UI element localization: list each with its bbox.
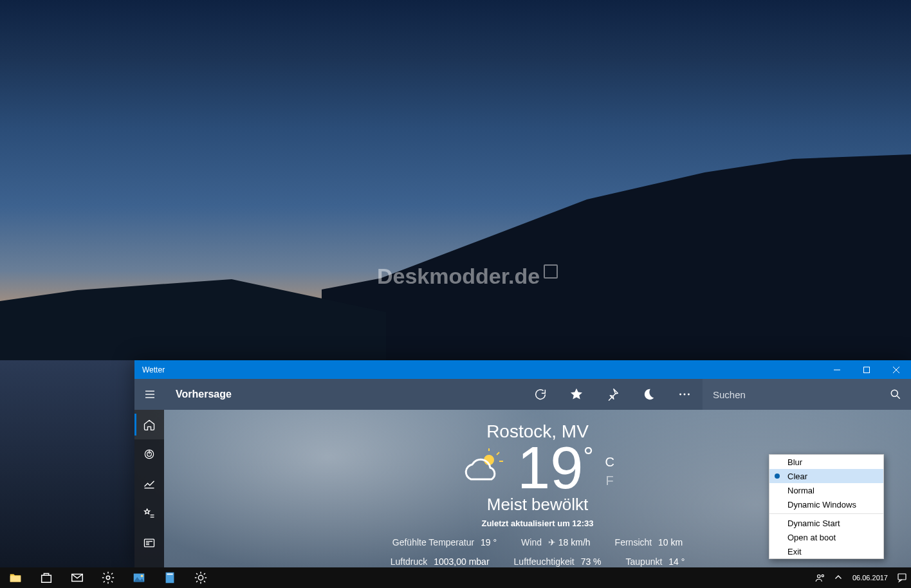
menu-label: Exit: [787, 547, 802, 556]
page-title: Vorhersage: [176, 389, 232, 400]
dark-mode-button[interactable]: [630, 379, 667, 410]
menu-label: Open at boot: [787, 533, 836, 542]
settings-button[interactable]: [93, 567, 124, 588]
visibility-label: Fernsicht: [615, 537, 652, 547]
system-tray: 06.06.2017: [811, 567, 911, 588]
store-button[interactable]: [31, 567, 62, 588]
radio-selected-icon: [775, 473, 780, 479]
svg-point-31: [141, 574, 143, 577]
refresh-button[interactable]: [522, 379, 558, 410]
degree-symbol: °: [583, 443, 593, 497]
svg-point-44: [822, 574, 824, 576]
command-bar: Vorhersage: [134, 379, 911, 410]
more-button[interactable]: [667, 379, 703, 410]
chart-icon: [143, 477, 156, 490]
temp-number: 19: [517, 438, 583, 497]
mail-button[interactable]: [62, 567, 93, 588]
taskbar[interactable]: 06.06.2017: [0, 567, 911, 588]
dewpoint-label: Taupunkt: [626, 556, 663, 567]
svg-point-34: [198, 575, 203, 580]
chevron-up-icon: [833, 572, 844, 583]
menu-item-clear[interactable]: Clear: [769, 469, 883, 483]
svg-point-8: [684, 394, 686, 396]
star-list-icon: [143, 507, 156, 520]
pressure-value: 1003,00 mbar: [434, 556, 489, 567]
pressure-label: Luftdruck: [391, 556, 428, 567]
sun-icon: [194, 571, 208, 585]
menu-label: Dynamic Windows: [787, 500, 856, 510]
dewpoint-value: 14 °: [668, 556, 685, 567]
svg-rect-26: [10, 576, 21, 582]
svg-rect-45: [898, 574, 906, 580]
note-icon: [163, 571, 177, 585]
menu-label: Normal: [787, 486, 814, 495]
svg-line-42: [204, 573, 205, 574]
mail-icon: [70, 571, 84, 585]
sidebar-item-favorites[interactable]: [134, 499, 164, 528]
close-button[interactable]: [881, 360, 911, 379]
menu-item-dynamic-start[interactable]: Dynamic Start: [769, 516, 883, 530]
menu-label: Clear: [787, 472, 807, 481]
svg-point-9: [688, 394, 690, 396]
tray-context-menu: Blur Clear Normal Dynamic Windows Dynami…: [769, 454, 884, 559]
app-button[interactable]: [154, 567, 185, 588]
store-icon: [39, 571, 53, 585]
file-explorer-button[interactable]: [0, 567, 31, 588]
titlebar[interactable]: Wetter: [134, 360, 911, 379]
svg-line-39: [196, 573, 198, 574]
favorite-button[interactable]: [558, 379, 594, 410]
menu-item-normal[interactable]: Normal: [769, 483, 883, 497]
svg-point-10: [891, 390, 897, 396]
weather-taskbar-button[interactable]: [185, 567, 216, 588]
feel-label: Gefühlte Temperatur: [392, 537, 474, 547]
wind-value: 18 km/h: [558, 537, 591, 547]
menu-item-exit[interactable]: Exit: [769, 544, 883, 558]
hamburger-button[interactable]: [134, 388, 165, 401]
menu-item-blur[interactable]: Blur: [769, 455, 883, 469]
unit-toggle[interactable]: C F: [605, 455, 614, 488]
home-icon: [143, 418, 156, 431]
gear-icon: [101, 571, 115, 585]
partly-cloudy-icon: [461, 448, 506, 487]
menu-item-dynamic-windows[interactable]: Dynamic Windows: [769, 497, 883, 511]
sidebar-item-historical[interactable]: [134, 469, 164, 499]
news-icon: [143, 537, 156, 549]
humidity-value: 73 %: [581, 556, 602, 567]
unit-f[interactable]: F: [605, 473, 614, 488]
svg-point-43: [817, 575, 820, 578]
notification-icon: [896, 572, 908, 583]
humidity-label: Luftfeuchtigkeit: [514, 556, 575, 567]
window-controls: [822, 360, 911, 379]
window-title: Wetter: [142, 365, 165, 374]
menu-label: Dynamic Start: [787, 519, 840, 528]
sidebar-item-forecast[interactable]: [134, 410, 164, 439]
people-icon: [814, 572, 826, 583]
feel-value: 19 °: [481, 537, 497, 547]
weather-sidebar: [134, 410, 164, 567]
menu-item-open-at-boot[interactable]: Open at boot: [769, 530, 883, 544]
svg-point-7: [679, 394, 681, 396]
tray-chevron-button[interactable]: [829, 567, 847, 588]
visibility-value: 10 km: [658, 537, 683, 547]
taskbar-clock[interactable]: 06.06.2017: [847, 574, 893, 582]
sidebar-item-maps[interactable]: [134, 439, 164, 469]
svg-line-11: [897, 396, 900, 399]
people-button[interactable]: [811, 567, 829, 588]
search-box[interactable]: [703, 379, 911, 410]
action-center-button[interactable]: [893, 567, 911, 588]
svg-line-24: [497, 452, 499, 455]
search-input[interactable]: [712, 389, 883, 401]
folder-icon: [8, 571, 23, 585]
sidebar-item-news[interactable]: [134, 528, 164, 558]
search-icon: [889, 388, 902, 401]
maximize-button[interactable]: [852, 360, 881, 379]
unit-c[interactable]: C: [605, 455, 614, 470]
pin-button[interactable]: [594, 379, 630, 410]
temperature-value: 19 °: [517, 438, 593, 497]
svg-line-40: [204, 581, 205, 582]
photos-button[interactable]: [124, 567, 154, 588]
wind-label: Wind: [521, 537, 542, 547]
photos-icon: [132, 571, 146, 585]
radar-icon: [143, 448, 156, 461]
minimize-button[interactable]: [822, 360, 852, 379]
